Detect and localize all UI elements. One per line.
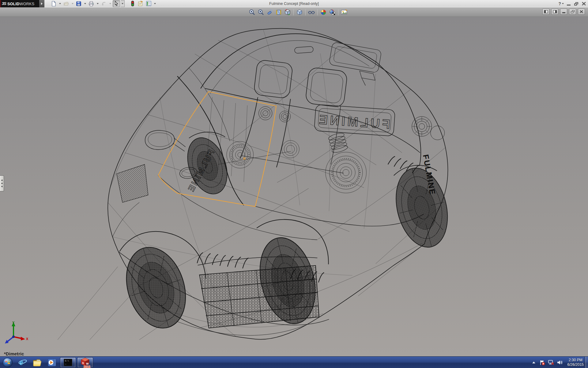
corner-vent	[117, 164, 148, 202]
taskbar-internet-explorer[interactable]: e	[16, 357, 29, 368]
apply-scene-button[interactable]	[328, 8, 336, 16]
note-icon	[138, 1, 144, 6]
car-wireframe: FULMINE FULMINE FULMINE	[58, 29, 455, 340]
flashlight-icon	[266, 9, 273, 16]
zoom-to-area-button[interactable]	[257, 8, 265, 16]
print-icon	[89, 1, 94, 6]
help-dropdown-icon	[562, 3, 564, 4]
expand-arrow-icon	[41, 2, 43, 5]
document-window-controls	[542, 9, 585, 15]
view-orientation-button[interactable]	[284, 8, 292, 16]
view-orientation-label: *Dimetric	[4, 351, 24, 356]
minimize-button[interactable]	[567, 2, 571, 6]
headsup-view-toolbar	[248, 8, 348, 16]
fulmine-badge-text: FULMINE	[316, 112, 390, 132]
undo-button[interactable]	[100, 0, 107, 7]
help-button[interactable]: ?	[558, 1, 564, 6]
save-dropdown[interactable]	[83, 0, 87, 7]
hide-show-items-button[interactable]	[307, 8, 315, 16]
svg-text:S: S	[82, 362, 84, 365]
section-box-icon	[275, 9, 282, 16]
action-center-flag-icon[interactable]	[539, 360, 545, 366]
orientation-triad: Y X	[2, 321, 29, 345]
standard-toolbar	[50, 0, 157, 7]
taskbar-solidworks[interactable]: S W 2015	[77, 357, 93, 368]
options-button[interactable]	[145, 0, 152, 7]
windows-taskbar: e C:\ _	[0, 356, 588, 368]
graphics-viewport[interactable]: FULMINE FULMINE FULMINE	[0, 17, 588, 356]
select-dropdown[interactable]	[121, 0, 125, 7]
cube-icon	[296, 9, 303, 16]
triad-y-label: Y	[12, 321, 15, 324]
select-tool-button[interactable]	[113, 0, 120, 7]
zoom-to-fit-button[interactable]	[248, 8, 256, 16]
color-ball-icon	[320, 9, 327, 16]
undo-arrow-icon	[101, 1, 107, 6]
clock-date: 6/26/2015	[567, 362, 584, 367]
start-button[interactable]	[2, 357, 13, 368]
scene-ball-icon	[329, 9, 336, 16]
toolbar-separator	[293, 9, 294, 15]
doc-restore-button[interactable]	[569, 9, 576, 15]
magnifier-icon	[249, 9, 255, 16]
media-player-icon	[47, 358, 57, 367]
feature-manager-flyout-tab[interactable]	[0, 175, 4, 191]
pane-right-button[interactable]	[551, 9, 558, 15]
toolbar-separator	[338, 9, 338, 15]
annotation-note-button[interactable]	[137, 0, 144, 7]
taskbar-windows-explorer[interactable]	[31, 357, 44, 368]
wheel-rear-right	[388, 163, 455, 253]
pane-right-icon	[553, 10, 557, 13]
collapse-arrow-icon	[1, 179, 2, 181]
restore-button[interactable]	[574, 2, 578, 6]
pane-left-icon	[544, 10, 548, 13]
taskbar-command-prompt[interactable]: C:\ _	[60, 357, 76, 368]
pane-left-button[interactable]	[542, 9, 549, 15]
show-hidden-icons-button[interactable]	[532, 362, 535, 363]
show-desktop-button[interactable]	[585, 357, 588, 368]
undo-dropdown[interactable]	[108, 0, 112, 7]
magnifier-area-icon	[258, 9, 264, 16]
open-dropdown[interactable]	[70, 0, 74, 7]
clock-time: 2:30 PM	[567, 358, 584, 362]
new-document-icon	[51, 1, 56, 6]
display-style-button[interactable]	[296, 8, 303, 16]
drivetrain-detail	[218, 132, 366, 193]
taskbar-clock[interactable]: 2:30 PM 6/26/2015	[567, 358, 584, 367]
view-settings-button[interactable]	[340, 8, 348, 16]
edit-appearance-button[interactable]	[319, 8, 327, 16]
open-button[interactable]	[62, 0, 70, 7]
model-wireframe: FULMINE FULMINE FULMINE	[0, 17, 588, 356]
menu-expand-button[interactable]	[39, 0, 44, 7]
solidworks-logo: 3S SOLIDWORKS	[0, 0, 39, 7]
section-view-button[interactable]	[275, 8, 283, 16]
collapse-arrow-icon	[1, 182, 2, 184]
rebuild-stoplight-button[interactable]	[129, 0, 136, 7]
document-bar	[0, 7, 588, 17]
network-error-icon[interactable]	[548, 360, 554, 365]
open-folder-icon	[63, 1, 69, 6]
sw-year-badge: 2015	[84, 365, 90, 368]
system-tray: 2:30 PM 6/26/2015	[532, 357, 584, 368]
doc-minimize-button[interactable]	[560, 9, 567, 15]
ie-icon: e	[18, 358, 27, 367]
side-mirrors	[145, 71, 375, 151]
options-dropdown[interactable]	[153, 0, 157, 7]
previous-view-button[interactable]	[266, 8, 274, 16]
save-button[interactable]	[75, 0, 82, 7]
new-button[interactable]	[50, 0, 57, 7]
doc-close-button[interactable]	[578, 9, 585, 15]
close-button[interactable]	[582, 2, 586, 6]
new-dropdown[interactable]	[58, 0, 62, 7]
taskbar-media-player[interactable]	[45, 357, 59, 368]
orientation-cube-icon	[284, 9, 291, 16]
eyeglasses-icon	[308, 9, 315, 16]
toolbar-separator	[305, 9, 306, 15]
print-dropdown[interactable]	[96, 0, 100, 7]
toolbar-separator	[317, 9, 318, 15]
speaker-icon[interactable]	[557, 360, 563, 365]
minimize-icon	[562, 12, 565, 13]
print-button[interactable]	[88, 0, 95, 7]
picture-icon	[341, 9, 348, 16]
collapse-arrow-icon	[1, 186, 2, 187]
